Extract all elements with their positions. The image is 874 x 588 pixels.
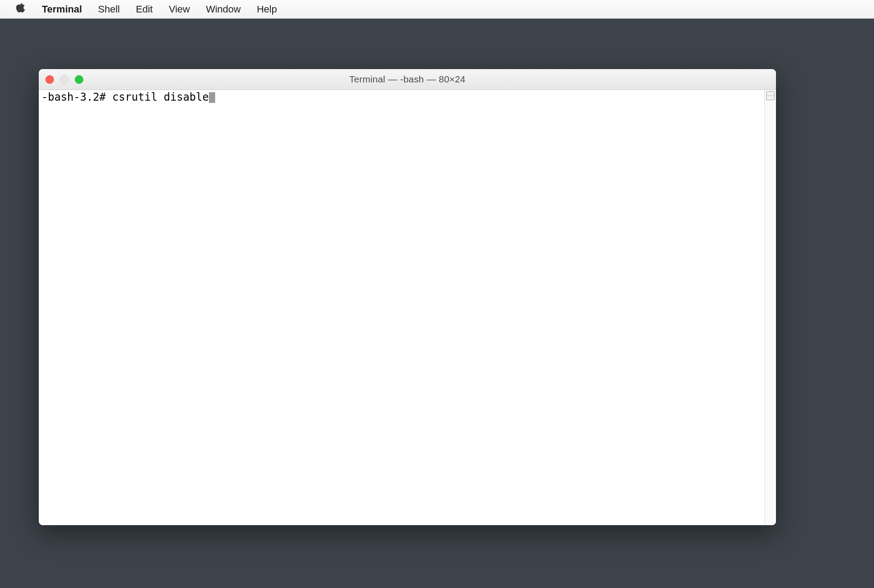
desktop: Terminal — -bash — 80×24 -bash-3.2# csru… — [0, 19, 874, 588]
shell-command: csrutil disable — [112, 91, 209, 103]
shell-prompt: -bash-3.2# — [41, 91, 112, 103]
menu-help[interactable]: Help — [249, 0, 285, 19]
menu-edit[interactable]: Edit — [128, 0, 161, 19]
vertical-scrollbar[interactable] — [764, 90, 776, 525]
apple-logo-icon — [16, 2, 26, 16]
close-button[interactable] — [45, 75, 54, 84]
terminal-body: -bash-3.2# csrutil disable — [39, 90, 776, 525]
block-cursor-icon — [209, 92, 215, 103]
menu-view[interactable]: View — [161, 0, 198, 19]
minimize-button[interactable] — [60, 75, 69, 84]
traffic-lights — [45, 69, 83, 90]
terminal-window[interactable]: Terminal — -bash — 80×24 -bash-3.2# csru… — [39, 69, 776, 525]
menubar: Terminal Shell Edit View Window Help — [0, 0, 874, 19]
window-titlebar[interactable]: Terminal — -bash — 80×24 — [39, 69, 776, 90]
menubar-app-name[interactable]: Terminal — [34, 0, 90, 19]
zoom-button[interactable] — [75, 75, 83, 84]
menu-window[interactable]: Window — [198, 0, 249, 19]
menu-shell[interactable]: Shell — [90, 0, 128, 19]
window-title: Terminal — -bash — 80×24 — [349, 74, 466, 85]
terminal-content[interactable]: -bash-3.2# csrutil disable — [39, 90, 764, 525]
screen: Terminal Shell Edit View Window Help Ter… — [0, 0, 874, 588]
scroll-position-marker-icon — [766, 91, 775, 100]
apple-menu[interactable] — [4, 2, 34, 16]
